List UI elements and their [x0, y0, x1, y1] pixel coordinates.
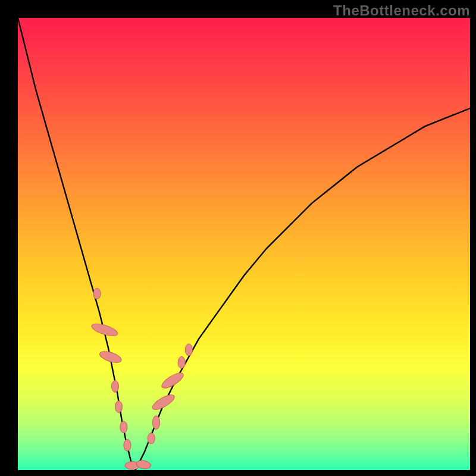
curve-group	[18, 18, 470, 470]
marker-left-6	[124, 439, 131, 451]
chart-frame: TheBottleneck.com	[0, 0, 476, 476]
marker-right-1	[148, 433, 155, 444]
chart-svg	[18, 18, 470, 470]
marker-left-3	[111, 381, 118, 393]
watermark-text: TheBottleneck.com	[333, 2, 470, 19]
marker-group	[90, 288, 192, 469]
marker-left-4	[115, 401, 122, 413]
marker-right-3	[178, 356, 185, 368]
marker-right-long-1	[151, 392, 177, 412]
bottleneck-curve	[18, 18, 470, 470]
plot-area	[18, 18, 470, 470]
marker-left-outer	[93, 288, 101, 299]
marker-right-4	[185, 344, 192, 356]
marker-right-2	[152, 416, 159, 430]
marker-left-5	[120, 421, 127, 433]
